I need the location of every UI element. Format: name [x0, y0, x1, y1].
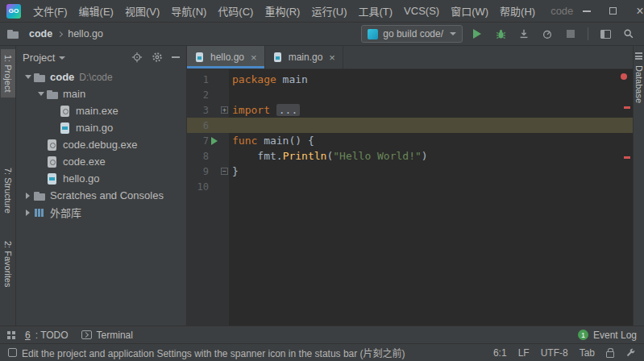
hide-panel-button[interactable] — [172, 56, 180, 58]
tool-window-layout-button[interactable] — [596, 25, 614, 43]
go-file-icon — [194, 52, 206, 63]
close-icon[interactable]: × — [251, 52, 257, 63]
go-file-icon — [46, 172, 59, 185]
terminal-icon — [81, 330, 92, 339]
spanner-icon[interactable] — [625, 347, 636, 358]
fold-expand-icon[interactable] — [221, 106, 228, 114]
tool-stripe-project[interactable]: 1: Project — [1, 49, 15, 98]
stop-button[interactable] — [562, 25, 580, 43]
profiler-icon — [542, 28, 553, 39]
search-everywhere-button[interactable] — [620, 25, 638, 43]
run-button[interactable] — [468, 25, 486, 43]
code-editor[interactable]: 1 package main 2 3 import ... 6 — [187, 69, 633, 326]
coverage-button[interactable] — [515, 25, 533, 43]
menu-view[interactable]: 视图(V) — [119, 2, 165, 20]
run-toolbar: go build code/ — [361, 25, 638, 43]
status-message[interactable]: Edit the project and application Setting… — [8, 346, 482, 359]
go-file-icon — [59, 122, 72, 135]
fold-collapse-icon[interactable] — [221, 168, 228, 175]
menu-edit[interactable]: 编辑(E) — [73, 2, 119, 20]
bug-icon — [495, 28, 507, 40]
status-bar: Edit the project and application Setting… — [0, 343, 644, 361]
chevron-down-icon — [38, 92, 44, 96]
folder-icon — [46, 88, 59, 101]
window-title: code — [551, 5, 573, 17]
error-stripe-mark[interactable] — [624, 106, 630, 109]
error-stripe-mark[interactable] — [624, 156, 630, 159]
menu-vcs[interactable]: VCS(S) — [398, 3, 445, 19]
indent-style[interactable]: Tab — [580, 347, 595, 359]
debug-button[interactable] — [492, 25, 509, 43]
event-log-button[interactable]: 1 Event Log — [578, 330, 637, 341]
library-icon — [33, 206, 46, 219]
menu-window[interactable]: 窗口(W) — [445, 2, 494, 20]
code-line[interactable]: 10 — [187, 179, 633, 194]
code-line[interactable]: 2 — [187, 87, 633, 102]
tree-item-scratches[interactable]: Scratches and Consoles — [16, 187, 186, 204]
run-config-select[interactable]: go build code/ — [361, 25, 463, 43]
project-tree: code D:\code main main.exe main.go — [16, 68, 186, 221]
tool-stripe-structure[interactable]: 7: Structure — [1, 162, 15, 219]
tool-window-switcher-icon[interactable] — [7, 331, 10, 334]
tree-item-external-libraries[interactable]: 外部库 — [16, 204, 186, 221]
code-line-caret[interactable]: 6 — [187, 118, 633, 133]
profiler-button[interactable] — [538, 25, 556, 43]
app-icon: GO — [6, 4, 21, 19]
tree-item-main-exe[interactable]: main.exe — [16, 102, 186, 119]
tree-item-code-debug-exe[interactable]: code.debug.exe — [16, 136, 186, 153]
breadcrumb: code hello.go — [6, 27, 103, 40]
project-panel-title[interactable]: Project — [23, 52, 55, 64]
stop-icon — [567, 30, 575, 38]
layout-icon — [600, 30, 611, 39]
close-icon: × — [636, 5, 643, 18]
toolbar-separator — [588, 27, 588, 40]
tree-item-hello-go[interactable]: hello.go — [16, 170, 186, 187]
tree-item-code-exe[interactable]: code.exe — [16, 153, 186, 170]
tree-item-main-go[interactable]: main.go — [16, 119, 186, 136]
menu-tools[interactable]: 工具(T) — [352, 2, 398, 20]
menu-code[interactable]: 代码(C) — [212, 2, 259, 20]
close-icon[interactable]: × — [329, 52, 335, 63]
close-button[interactable]: × — [626, 0, 644, 22]
code-line[interactable]: 8 fmt.Println("Hello World!") — [187, 148, 633, 164]
menu-file[interactable]: 文件(F) — [27, 2, 73, 20]
menu-navigate[interactable]: 导航(N) — [165, 2, 212, 20]
gear-icon[interactable] — [152, 52, 163, 63]
file-encoding[interactable]: UTF-8 — [541, 347, 568, 359]
project-panel-header: Project — [16, 46, 186, 68]
code-line[interactable]: 3 import ... — [187, 102, 633, 118]
caret-position[interactable]: 6:1 — [493, 347, 507, 359]
tool-stripe-database[interactable]: Database — [632, 60, 644, 109]
coverage-icon — [518, 28, 530, 39]
title-bar: GO 文件(F) 编辑(E) 视图(V) 导航(N) 代码(C) 重构(R) 运… — [0, 0, 644, 23]
maximize-button[interactable] — [600, 0, 626, 22]
tab-main-go[interactable]: main.go × — [265, 46, 343, 68]
code-line[interactable]: 7 func main() { — [187, 133, 633, 148]
tree-item-code-root[interactable]: code D:\code — [16, 68, 186, 85]
right-tool-stripe: Database — [633, 46, 644, 326]
locate-file-button[interactable] — [131, 52, 143, 63]
code-line[interactable]: 9 } — [187, 164, 633, 179]
terminal-tool-button[interactable]: Terminal — [81, 330, 133, 341]
folded-region[interactable]: ... — [276, 104, 300, 116]
breadcrumb-file[interactable]: hello.go — [68, 28, 103, 39]
menu-refactor[interactable]: 重构(R) — [259, 2, 305, 20]
menu-run[interactable]: 运行(U) — [305, 2, 352, 20]
line-separator[interactable]: LF — [518, 347, 530, 359]
status-message-icon — [8, 348, 17, 357]
tool-stripe-favorites[interactable]: 2: Favorites — [1, 235, 15, 293]
minimize-button[interactable] — [573, 0, 600, 22]
tab-hello-go[interactable]: hello.go × — [187, 46, 265, 68]
lock-icon[interactable] — [606, 351, 614, 358]
chevron-down-icon — [450, 32, 456, 35]
error-indicator[interactable] — [621, 73, 627, 80]
code-line[interactable]: 1 package main — [187, 72, 633, 87]
breadcrumb-root[interactable]: code — [29, 28, 52, 39]
menu-help[interactable]: 帮助(H) — [494, 2, 541, 20]
exe-file-icon — [46, 139, 59, 151]
run-gutter-icon[interactable] — [211, 137, 218, 145]
folder-icon — [33, 71, 46, 84]
todo-tool-button[interactable]: 6: TODO — [25, 330, 69, 341]
minimize-icon — [583, 10, 591, 12]
tree-item-main-folder[interactable]: main — [16, 85, 186, 102]
